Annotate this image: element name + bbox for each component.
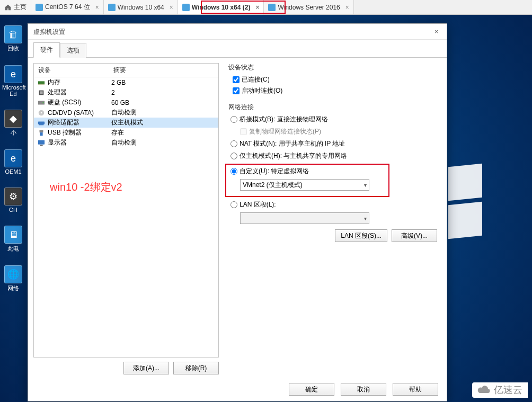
vm-settings-dialog: 虚拟机设置 × 硬件 选项 设备 摘要 内存 2 GB [28,23,447,401]
checkbox-replicate: 复制物理网络连接状态(P) [240,127,437,136]
network-connection-title: 网络连接 [228,103,437,112]
radio-custom[interactable]: 自定义(U): 特定虚拟网络 [230,167,384,176]
svg-rect-9 [39,124,44,125]
annotation-highlight-custom: 自定义(U): 特定虚拟网络 VMnet2 (仅主机模式) ▾ [225,164,389,197]
hdd-icon [37,99,46,107]
close-icon[interactable]: × [255,4,259,11]
dialog-titlebar[interactable]: 虚拟机设置 × [28,24,447,40]
radio-lan-segment[interactable]: LAN 区段(L): [230,200,437,209]
tool-icon: ◆ [4,110,22,128]
home-icon [4,4,12,11]
svg-point-5 [42,102,43,103]
device-row-display[interactable]: 显示器 自动检测 [34,138,218,148]
svg-rect-1 [38,84,45,84]
recycle-icon: 🗑 [4,25,22,43]
desktop-icon-thispc[interactable]: 🖥此电 [2,226,24,253]
svg-rect-8 [38,121,45,124]
svg-rect-13 [40,145,42,146]
svg-rect-12 [38,140,45,144]
desktop-icon-oem1[interactable]: eOEM1 [2,149,24,175]
svg-rect-0 [38,81,45,84]
radio-bridged[interactable]: 桥接模式(B): 直接连接物理网络 [230,115,437,124]
close-icon[interactable]: × [95,4,99,11]
close-icon[interactable]: × [345,4,349,11]
tab-home[interactable]: 主页 [0,0,31,14]
cloud-icon [477,385,491,397]
lan-segments-button[interactable]: LAN 区段(S)... [335,229,387,242]
device-row-hdd[interactable]: 硬盘 (SCSI) 60 GB [34,97,218,108]
help-button[interactable]: 帮助 [393,383,438,396]
cd-icon [37,109,46,117]
device-list: 设备 摘要 内存 2 GB 处理器 2 [33,63,219,358]
remove-device-button[interactable]: 移除(R) [173,362,219,374]
chevron-down-icon: ▾ [364,182,367,188]
close-icon[interactable]: × [431,24,441,40]
watermark: 亿速云 [472,382,528,398]
checkbox-connect-poweron[interactable]: 启动时连接(O) [233,86,437,95]
desktop-icon-ch[interactable]: ⚙CH [2,187,24,213]
tab-hardware[interactable]: 硬件 [33,42,60,58]
desktop-icon-tool[interactable]: ◆小 [2,110,24,137]
network-icon [37,119,46,127]
lan-segment-select: ▾ [240,212,369,224]
tab-options[interactable]: 选项 [60,43,86,58]
cancel-button[interactable]: 取消 [341,383,386,396]
device-row-cpu[interactable]: 处理器 2 [34,87,218,97]
vm-icon [36,4,43,11]
device-state-title: 设备状态 [228,63,437,72]
cpu-icon [37,88,46,97]
radio-hostonly[interactable]: 仅主机模式(H): 与主机共享的专用网络 [230,151,437,160]
svg-point-7 [41,112,42,113]
tab-winserver2016[interactable]: Windows Server 2016 × [264,0,353,14]
desktop-icon-recycle[interactable]: 🗑回收 [2,25,24,52]
dialog-tabs: 硬件 选项 [28,43,447,58]
svg-rect-11 [40,132,42,136]
pc-icon: 🖥 [4,226,22,244]
svg-rect-3 [40,91,42,94]
device-row-memory[interactable]: 内存 2 GB [34,77,218,87]
custom-network-select[interactable]: VMnet2 (仅主机模式) ▾ [240,179,369,191]
vm-icon [108,4,116,11]
advanced-button[interactable]: 高级(V)... [392,229,437,242]
checkbox-connected[interactable]: 已连接(C) [233,75,437,84]
device-row-network[interactable]: 网络适配器 仅主机模式 [34,118,218,128]
close-icon[interactable]: × [170,4,173,11]
device-row-cddvd[interactable]: CD/DVD (SATA) 自动检测 [34,108,218,118]
device-row-usb[interactable]: USB 控制器 存在 [34,128,218,138]
tab-win10-2[interactable]: Windows 10 x64 (2) × [178,0,264,14]
col-device: 设备 [34,64,109,77]
tab-centos7[interactable]: CentOS 7 64 位 × [31,0,104,14]
desktop-icons: 🗑回收 eMicrosoft Ed ◆小 eOEM1 ⚙CH 🖥此电 🌐网络 [2,25,24,305]
gear-icon: ⚙ [4,187,22,206]
add-device-button[interactable]: 添加(A)... [123,362,169,374]
desktop-icon-network[interactable]: 🌐网络 [2,265,24,292]
svg-rect-10 [40,130,43,132]
vm-tabbar: 主页 CentOS 7 64 位 × Windows 10 x64 × Wind… [0,0,532,15]
memory-icon [37,78,46,87]
edge-icon: e [4,149,22,167]
vm-icon [182,4,190,11]
vm-icon [268,4,276,11]
desktop-icon-edge[interactable]: eMicrosoft Ed [2,65,24,97]
chevron-down-icon: ▾ [364,216,367,221]
network-icon: 🌐 [4,265,22,283]
dialog-footer: 确定 取消 帮助 [289,383,438,396]
col-summary: 摘要 [109,64,218,77]
radio-nat[interactable]: NAT 模式(N): 用于共享主机的 IP 地址 [230,139,437,148]
dialog-title: 虚拟机设置 [33,24,65,40]
tab-win10-1[interactable]: Windows 10 x64 × [104,0,178,14]
annotation-text: win10 -2绑定v2 [50,180,122,194]
display-icon [37,139,46,147]
edge-icon: e [4,65,22,83]
usb-icon [37,129,46,137]
ok-button[interactable]: 确定 [289,383,334,396]
